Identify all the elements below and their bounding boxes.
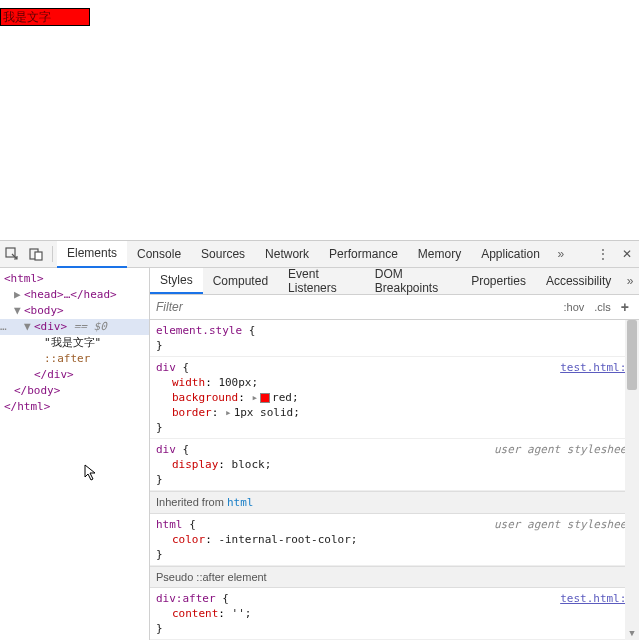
tabs-more-icon[interactable]: » <box>550 241 572 268</box>
kebab-menu-icon[interactable]: ⋮ <box>591 242 615 266</box>
rule-div-ua[interactable]: user agent stylesheet div { display: blo… <box>150 439 639 491</box>
red-div: 我是文字 <box>0 8 90 26</box>
tab-network[interactable]: Network <box>255 241 319 268</box>
filter-controls: :hov .cls + <box>560 297 639 317</box>
scroll-down-icon[interactable]: ▼ <box>625 626 639 640</box>
hov-toggle[interactable]: :hov <box>560 299 589 315</box>
subtab-computed[interactable]: Computed <box>203 268 278 294</box>
tree-row[interactable]: ::after <box>0 351 149 367</box>
device-toggle-icon[interactable] <box>24 242 48 266</box>
new-rule-icon[interactable]: + <box>617 297 633 317</box>
collapse-icon[interactable]: ▶ <box>14 288 22 302</box>
toolbar-right: ⋮ ✕ <box>591 242 639 266</box>
tab-console[interactable]: Console <box>127 241 191 268</box>
source-ua: user agent stylesheet <box>494 442 633 457</box>
rendered-page: 我是文字 <box>0 0 639 240</box>
tree-row-selected[interactable]: …▼<div> == $0 <box>0 319 149 335</box>
styles-subtabs: Styles Computed Event Listeners DOM Brea… <box>150 268 639 295</box>
rule-element-style[interactable]: element.style { } <box>150 320 639 357</box>
pseudo-header: Pseudo ::after element <box>150 566 639 588</box>
overflow-dots: … <box>0 320 7 334</box>
subtab-event-listeners[interactable]: Event Listeners <box>278 268 365 294</box>
close-icon[interactable]: ✕ <box>615 242 639 266</box>
cls-toggle[interactable]: .cls <box>590 299 615 315</box>
inspect-icon[interactable] <box>0 242 24 266</box>
styles-panel: Styles Computed Event Listeners DOM Brea… <box>150 268 639 640</box>
subtab-accessibility[interactable]: Accessibility <box>536 268 621 294</box>
expand-arrow-icon[interactable]: ▸ <box>251 391 258 404</box>
rule-div[interactable]: test.html:3 div { width: 100px; backgrou… <box>150 357 639 439</box>
rule-div-after[interactable]: test.html:8 div:after { content: ''; } <box>150 588 639 640</box>
tree-row[interactable]: </div> <box>0 367 149 383</box>
expand-icon[interactable]: ▼ <box>14 304 22 318</box>
source-link[interactable]: test.html:8 <box>560 591 633 606</box>
subtab-properties[interactable]: Properties <box>461 268 536 294</box>
devtools-panel: Elements Console Sources Network Perform… <box>0 240 639 640</box>
main-tabs: Elements Console Sources Network Perform… <box>57 241 591 268</box>
tab-elements[interactable]: Elements <box>57 241 127 268</box>
tab-memory[interactable]: Memory <box>408 241 471 268</box>
svg-rect-2 <box>35 252 42 260</box>
devtools-body: <html> ▶<head>…</head> ▼<body> …▼<div> =… <box>0 268 639 640</box>
expand-icon[interactable]: ▼ <box>24 320 32 334</box>
filter-input[interactable] <box>150 300 560 314</box>
source-link[interactable]: test.html:3 <box>560 360 633 375</box>
inherited-header: Inherited from html <box>150 491 639 514</box>
subtabs-more-icon[interactable]: » <box>621 268 639 294</box>
source-ua: user agent stylesheet <box>494 517 633 532</box>
devtools-toolbar: Elements Console Sources Network Perform… <box>0 241 639 268</box>
subtab-styles[interactable]: Styles <box>150 268 203 294</box>
tab-sources[interactable]: Sources <box>191 241 255 268</box>
subtab-dom-breakpoints[interactable]: DOM Breakpoints <box>365 268 461 294</box>
tree-row[interactable]: </body> <box>0 383 149 399</box>
tree-row[interactable]: <html> <box>0 271 149 287</box>
expand-arrow-icon[interactable]: ▸ <box>225 406 232 419</box>
tree-row[interactable]: "我是文字" <box>0 335 149 351</box>
scrollbar[interactable]: ▲ ▼ <box>625 320 639 640</box>
tree-row[interactable]: </html> <box>0 399 149 415</box>
filter-bar: :hov .cls + <box>150 295 639 320</box>
separator <box>52 246 53 262</box>
color-swatch-icon[interactable] <box>260 393 270 403</box>
scrollbar-thumb[interactable] <box>627 320 637 390</box>
tree-row[interactable]: ▼<body> <box>0 303 149 319</box>
rule-html-ua[interactable]: user agent stylesheet html { color: -int… <box>150 514 639 566</box>
elements-tree[interactable]: <html> ▶<head>…</head> ▼<body> …▼<div> =… <box>0 268 150 640</box>
styles-body: element.style { } test.html:3 div { widt… <box>150 320 639 640</box>
tree-row[interactable]: ▶<head>…</head> <box>0 287 149 303</box>
tab-application[interactable]: Application <box>471 241 550 268</box>
tab-performance[interactable]: Performance <box>319 241 408 268</box>
